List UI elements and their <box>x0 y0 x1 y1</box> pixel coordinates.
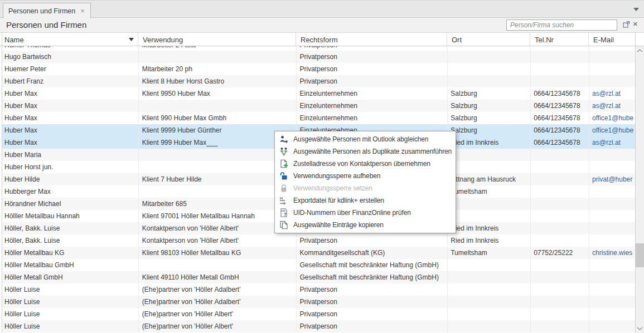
column-header-tel-nr[interactable]: Tel.Nr <box>530 33 589 46</box>
table-row[interactable]: Höller, Bakk. LuiseKontaktperson von 'Hö… <box>2 234 635 247</box>
cell-ort: Salzburg <box>447 112 530 124</box>
scroll-down-icon[interactable] <box>637 327 643 330</box>
cell-verwendung: Klient 990 Huber Max Gmbh <box>138 112 296 124</box>
cell-name: Huber Maria <box>2 149 138 161</box>
cell-name: Höller Luise <box>2 320 138 332</box>
popout-icon[interactable] <box>623 21 630 28</box>
table-row[interactable]: Huber MaxKlient 9950 Huber MaxEinzelunte… <box>2 87 635 100</box>
cell-name: Höller Metallbau GmbH <box>2 259 138 271</box>
cell-ort: Ried im Innkreis <box>447 234 530 247</box>
cell-email[interactable]: as@rzl.at <box>588 87 635 100</box>
vertical-scrollbar[interactable] <box>636 46 644 333</box>
cell-ort <box>447 308 530 320</box>
cell-tel: 0664/12345678 <box>530 136 588 149</box>
tab-list-dropdown-icon[interactable] <box>633 8 639 11</box>
cell-verwendung: Klient 8 Huber Horst Gastro <box>138 75 296 87</box>
menu-item-label: Ausgewählte Personen mit Outlook abgleic… <box>293 135 428 143</box>
menu-item-copy[interactable]: Ausgewählte Einträge kopieren <box>275 219 456 231</box>
cell-name: Huber Horst jun. <box>2 161 138 173</box>
tab-close-icon[interactable]: × <box>80 7 85 14</box>
column-header-name[interactable]: Name <box>0 33 138 46</box>
cell-ort: Tumeltsham <box>447 247 530 259</box>
cell-ort <box>447 283 530 296</box>
table-row[interactable]: Huemer PeterMitarbeiter 20 phPrivatperso… <box>2 63 635 75</box>
cell-name: Höller Metallbau KG <box>2 247 138 259</box>
cell-email[interactable]: as@rzl.at <box>588 100 635 112</box>
outlook-sync-icon <box>279 135 288 144</box>
cell-email[interactable]: office1@hube <box>588 112 635 124</box>
scroll-up-icon[interactable] <box>637 49 643 52</box>
cell-rechtsform: Privatperson <box>296 63 447 75</box>
table-row[interactable]: Höller Metallbau GmbHGesellschaft mit be… <box>2 259 635 271</box>
cell-ort <box>447 271 530 283</box>
tab-personen-und-firmen[interactable]: Personen und Firmen × <box>3 3 91 18</box>
cell-tel <box>530 46 588 51</box>
scrollbar-thumb[interactable] <box>636 243 644 267</box>
table-row[interactable]: Höller Luise(Ehe)partner von 'Höller Ada… <box>2 283 635 296</box>
cell-tel <box>530 296 588 308</box>
table-row[interactable]: Höller Metallbau KGKlient 98103 Höller M… <box>2 247 635 259</box>
table-left-border <box>2 32 2 333</box>
cell-tel <box>530 161 588 173</box>
menu-item-outlook-sync[interactable]: Ausgewählte Personen mit Outlook abgleic… <box>275 133 456 145</box>
cell-email[interactable]: office1@hube <box>588 124 635 136</box>
menu-item-kdlink-export[interactable]: kdlink+Exportdatei für kdlink+ erstellen <box>275 194 456 207</box>
menu-item-unlock[interactable]: Verwendungssperre aufheben <box>275 170 456 182</box>
cell-name: Höller Metall GmbH <box>2 271 138 283</box>
cell-rechtsform: Einzelunternehmen <box>296 112 447 124</box>
column-header-rechtsform[interactable]: Rechtsform <box>296 33 447 46</box>
menu-item-label: Verwendungssperre aufheben <box>293 172 380 180</box>
cell-verwendung: Mitarbeiter 24 test <box>138 46 296 51</box>
cell-email <box>588 63 635 75</box>
cell-ort: Ried im Innkreis <box>447 136 530 149</box>
cell-tel: 0664/12345678 <box>530 100 588 112</box>
cell-tel <box>530 185 588 198</box>
table-row[interactable]: Huber MaxKlient 990 Huber Max GmbhEinzel… <box>2 112 635 124</box>
table-row[interactable]: Hugo BartwischPrivatperson <box>2 51 635 63</box>
column-header-verwendung[interactable]: Verwendung <box>138 33 296 46</box>
cell-ort <box>447 63 530 75</box>
search-input[interactable] <box>506 19 617 31</box>
cell-name: Huber Max <box>2 112 138 124</box>
cell-ort: Salzburg <box>447 87 530 100</box>
copy-icon <box>279 221 288 230</box>
cell-name: Hubert Franz <box>2 75 138 87</box>
cell-ort <box>447 320 530 332</box>
menu-item-uid-check[interactable]: UID?UID-Nummern über FinanzOnline prüfen <box>275 207 456 219</box>
tab-bar: Personen und Firmen × <box>0 0 644 18</box>
cell-email <box>588 51 635 63</box>
column-separator <box>589 47 589 333</box>
address-add-icon <box>279 159 288 169</box>
column-header-e-mail[interactable]: E-Mail <box>589 33 636 46</box>
cell-email[interactable]: privat@huber <box>588 173 635 185</box>
cell-email[interactable]: christine.wies <box>588 247 635 259</box>
cell-ort: Ried im Innkreis <box>447 222 530 234</box>
menu-item-lock: Verwendungssperre setzen <box>275 182 456 194</box>
merge-duplicates-icon <box>279 147 288 156</box>
cell-ort: Ottnang am Hausruck <box>447 173 530 185</box>
cell-ort <box>447 210 530 222</box>
cell-tel: 0664/12345678 <box>530 124 588 136</box>
table-row[interactable]: Höller Luise(Ehe)partner von 'Höller Alb… <box>2 308 635 320</box>
context-menu: Ausgewählte Personen mit Outlook abgleic… <box>274 131 456 233</box>
panel-close-icon[interactable]: × <box>633 19 638 28</box>
table-row[interactable]: Höller Luise(Ehe)partner von 'Höller Ada… <box>2 296 635 308</box>
cell-email <box>588 198 635 210</box>
cell-ort <box>447 51 530 63</box>
table-row[interactable]: Hubert FranzKlient 8 Huber Horst GastroP… <box>2 75 635 87</box>
cell-ort: Tumeltsham <box>447 185 530 198</box>
table-row[interactable]: Höller Metall GmbHKlient 49110 Höller Me… <box>2 271 635 283</box>
cell-verwendung <box>138 259 296 271</box>
table-row[interactable]: Humer ThomasMitarbeiter 24 testPrivatper… <box>2 46 635 51</box>
cell-name: Huber Max <box>2 87 138 100</box>
cell-verwendung <box>138 149 296 161</box>
table-row[interactable]: Huber MaxEinzelunternehmenSalzburg0664/1… <box>2 100 635 112</box>
column-header-ort[interactable]: Ort <box>447 33 530 46</box>
cell-rechtsform: Kommanditgesellschaft (KG) <box>296 247 447 259</box>
cell-email <box>588 259 635 271</box>
cell-verwendung: Klient 9950 Huber Max <box>138 87 296 100</box>
table-row[interactable]: Höller Luise(Ehe)partner von 'Höller Alb… <box>2 320 635 332</box>
menu-item-address-add[interactable]: Zustelladresse von Kontaktperson überneh… <box>275 158 456 170</box>
cell-email[interactable]: as@rzl.at <box>588 136 635 149</box>
menu-item-merge-duplicates[interactable]: Ausgewählte Personen als Duplikate zusam… <box>275 145 456 158</box>
